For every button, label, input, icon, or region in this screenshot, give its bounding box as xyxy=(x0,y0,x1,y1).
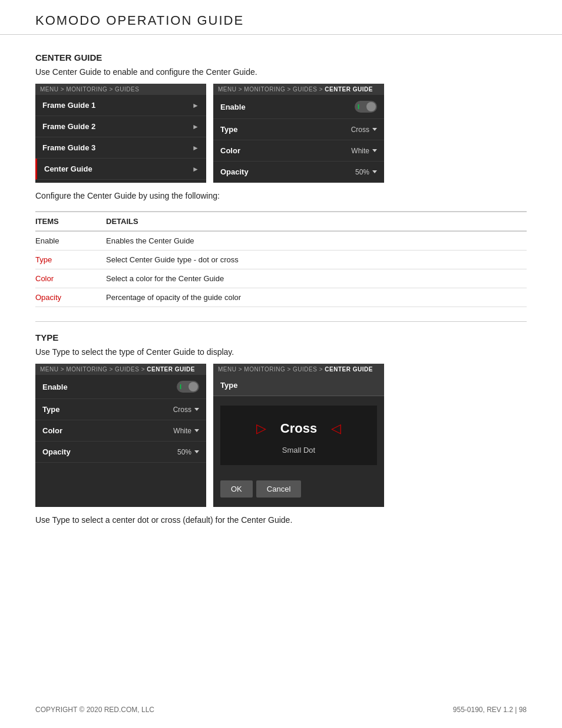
enable-row[interactable]: Enable I xyxy=(213,95,384,119)
center-guide-item[interactable]: Center Guide ► xyxy=(35,159,206,180)
content-area: CENTER GUIDE Use Center Guide to enable … xyxy=(0,35,562,542)
type-enable-toggle[interactable]: I xyxy=(177,381,199,393)
col-details: DETAILS xyxy=(106,212,527,231)
section-divider xyxy=(35,321,527,322)
table-row: Opacity Percentage of opacity of the gui… xyxy=(35,288,527,307)
item-color: Color xyxy=(35,269,106,288)
type-selector-title: Type xyxy=(213,375,384,396)
type-cancel-button[interactable]: Cancel xyxy=(256,480,301,498)
type-opacity-dropdown-arrow xyxy=(194,450,199,453)
frame-guide-1-item[interactable]: Frame Guide 1 ► xyxy=(35,95,206,116)
type-value[interactable]: Cross xyxy=(351,126,377,134)
type-type-value[interactable]: Cross xyxy=(173,406,199,414)
page-footer: COPYRIGHT © 2020 RED.COM, LLC 955-0190, … xyxy=(35,706,527,714)
item-enable: Enable xyxy=(35,231,106,251)
color-dropdown-arrow xyxy=(372,149,377,152)
toggle-switch-2[interactable]: I xyxy=(177,381,199,393)
type-current-value: Cross xyxy=(280,421,317,436)
type-opacity-row[interactable]: Opacity 50% xyxy=(35,442,206,463)
center-guide-heading: CENTER GUIDE xyxy=(35,52,527,62)
type-dropdown-arrow xyxy=(372,128,377,131)
type-color-dropdown-arrow xyxy=(194,429,199,432)
type-value-box: ▷ Cross ◁ Small Dot xyxy=(220,406,377,465)
detail-enable: Enables the Center Guide xyxy=(106,231,527,251)
center-guide-settings-panel: MENU > MONITORING > GUIDES > CENTER GUID… xyxy=(213,84,384,183)
frame-guide-1-arrow: ► xyxy=(192,101,199,110)
frame-guide-3-item[interactable]: Frame Guide 3 ► xyxy=(35,137,206,159)
color-value[interactable]: White xyxy=(351,147,377,155)
items-table: ITEMS DETAILS Enable Enables the Center … xyxy=(35,211,527,307)
type-row[interactable]: Type Cross xyxy=(213,119,384,140)
type-color-row[interactable]: Color White xyxy=(35,420,206,442)
type-ok-button[interactable]: OK xyxy=(220,480,253,498)
frame-guide-2-item[interactable]: Frame Guide 2 ► xyxy=(35,116,206,137)
type-enable-row[interactable]: Enable I xyxy=(35,375,206,399)
type-sub-value: Small Dot xyxy=(282,446,315,454)
frame-guide-3-arrow: ► xyxy=(192,144,199,152)
type-type-row[interactable]: Type Cross xyxy=(35,399,206,420)
enable-toggle[interactable]: I xyxy=(355,101,377,113)
center-guide-panels: MENU > MONITORING > GUIDES Frame Guide 1… xyxy=(35,84,527,183)
type-left-panel: MENU > MONITORING > GUIDES > CENTER GUID… xyxy=(35,364,206,507)
guides-menu-breadcrumb: MENU > MONITORING > GUIDES xyxy=(35,84,206,95)
detail-color: Select a color for the Center Guide xyxy=(106,269,527,288)
type-selector-body: ▷ Cross ◁ Small Dot OK Cancel xyxy=(213,396,384,507)
opacity-dropdown-arrow xyxy=(372,170,377,173)
guides-menu-panel: MENU > MONITORING > GUIDES Frame Guide 1… xyxy=(35,84,206,183)
center-guide-description: Use Center Guide to enable and configure… xyxy=(35,67,527,77)
item-opacity: Opacity xyxy=(35,288,106,307)
footer-revision: 955-0190, REV 1.2 | 98 xyxy=(453,706,527,714)
type-next-arrow[interactable]: ◁ xyxy=(331,421,341,436)
toggle-switch[interactable]: I xyxy=(355,101,377,113)
type-type-dropdown-arrow xyxy=(194,408,199,411)
config-text: Configure the Center Guide by using the … xyxy=(35,191,527,200)
opacity-value[interactable]: 50% xyxy=(355,168,377,176)
type-selector-panel: MENU > MONITORING > GUIDES > CENTER GUID… xyxy=(213,364,384,507)
page-title: KOMODO OPERATION GUIDE xyxy=(35,13,527,28)
table-row: Type Select Center Guide type - dot or c… xyxy=(35,251,527,269)
type-section: TYPE Use Type to select the type of Cent… xyxy=(35,332,527,525)
opacity-row[interactable]: Opacity 50% xyxy=(213,162,384,183)
table-row: Color Select a color for the Center Guid… xyxy=(35,269,527,288)
type-panels: MENU > MONITORING > GUIDES > CENTER GUID… xyxy=(35,364,527,507)
type-prev-arrow[interactable]: ▷ xyxy=(256,421,266,436)
type-selector-breadcrumb: MENU > MONITORING > GUIDES > CENTER GUID… xyxy=(213,364,384,375)
type-buttons-row: OK Cancel xyxy=(220,480,377,498)
col-items: ITEMS xyxy=(35,212,106,231)
footer-copyright: COPYRIGHT © 2020 RED.COM, LLC xyxy=(35,706,154,714)
center-guide-arrow: ► xyxy=(192,165,199,173)
center-guide-section: CENTER GUIDE Use Center Guide to enable … xyxy=(35,52,527,307)
type-left-breadcrumb: MENU > MONITORING > GUIDES > CENTER GUID… xyxy=(35,364,206,375)
frame-guide-2-arrow: ► xyxy=(192,123,199,131)
detail-opacity: Percentage of opacity of the guide color xyxy=(106,288,527,307)
item-type: Type xyxy=(35,251,106,269)
color-row[interactable]: Color White xyxy=(213,140,384,162)
table-row: Enable Enables the Center Guide xyxy=(35,231,527,251)
type-description: Use Type to select the type of Center Gu… xyxy=(35,347,527,357)
center-guide-settings-breadcrumb: MENU > MONITORING > GUIDES > CENTER GUID… xyxy=(213,84,384,95)
detail-type: Select Center Guide type - dot or cross xyxy=(106,251,527,269)
type-arrows-row: ▷ Cross ◁ xyxy=(256,421,341,436)
type-caption: Use Type to select a center dot or cross… xyxy=(35,515,527,525)
type-color-value[interactable]: White xyxy=(173,427,199,435)
page-header: KOMODO OPERATION GUIDE xyxy=(0,0,562,35)
type-opacity-value[interactable]: 50% xyxy=(177,448,199,456)
type-heading: TYPE xyxy=(35,332,527,342)
